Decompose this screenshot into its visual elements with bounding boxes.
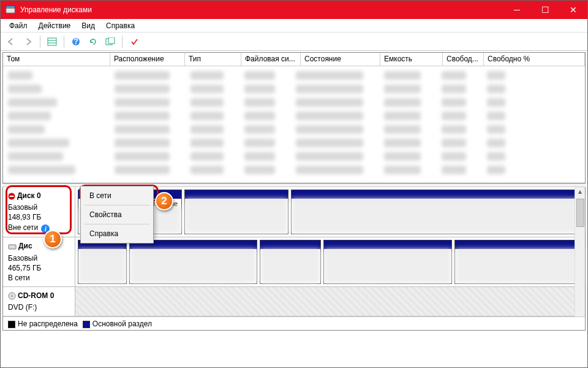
col-volume[interactable]: Том (3, 53, 110, 66)
partition-stripe (185, 190, 288, 199)
window-title: Управление дисками (20, 6, 503, 14)
disk1-partitions (75, 237, 585, 286)
action-button[interactable] (127, 35, 141, 48)
disk1-header[interactable]: Дис Базовый 465,75 ГБ В сети (3, 237, 75, 286)
ctx-online[interactable]: В сети (82, 188, 152, 203)
col-fs[interactable]: Файловая си... (241, 53, 301, 66)
disk-row-1[interactable]: Дис Базовый 465,75 ГБ В сети (3, 237, 585, 287)
app-icon (6, 5, 15, 15)
legend-unallocated: Не распределена (18, 320, 78, 328)
toolbar: ? (1, 33, 587, 51)
disk1-name: Дис (18, 242, 32, 250)
swatch-unallocated (8, 321, 15, 328)
annotation-badge-1: 1 (43, 230, 62, 248)
legend-primary: Основной раздел (92, 320, 152, 328)
disk-icon (8, 243, 17, 253)
svg-rect-11 (9, 245, 16, 249)
col-freepct[interactable]: Свободно % (484, 53, 585, 66)
disk1-status: В сети (8, 274, 30, 282)
rescan-button[interactable] (104, 35, 117, 48)
disk0-size: 148,93 ГБ (8, 213, 41, 221)
col-capacity[interactable]: Емкость (380, 53, 443, 66)
grid-body[interactable] (3, 66, 585, 183)
toolbar-separator (122, 36, 123, 48)
disk1-part-2[interactable] (129, 240, 257, 284)
svg-rect-1 (6, 6, 15, 8)
refresh-button[interactable] (86, 35, 100, 48)
disk1-part-1[interactable] (78, 240, 127, 284)
disk1-part-3[interactable] (260, 240, 321, 284)
menu-action[interactable]: Действие (34, 20, 76, 31)
col-layout[interactable]: Расположение (110, 53, 185, 66)
disk1-part-4[interactable] (323, 240, 451, 284)
disk0-header[interactable]: Диск 0 Базовый 148,93 ГБ Вне сети i (3, 187, 75, 237)
back-button (4, 35, 18, 48)
scroll-thumb[interactable] (576, 199, 584, 227)
cdrom-name: CD-ROM 0 (18, 291, 54, 300)
svg-rect-8 (108, 37, 115, 44)
menu-view[interactable]: Вид (77, 20, 100, 31)
disk1-type: Базовый (8, 254, 37, 263)
annotation-badge-2: 2 (155, 192, 173, 210)
help-button[interactable]: ? (69, 35, 83, 48)
partition-stripe (292, 190, 582, 199)
disk1-size: 465,75 ГБ (8, 264, 41, 272)
menu-separator (85, 224, 149, 224)
svg-rect-2 (48, 38, 56, 45)
grid-header: Том Расположение Тип Файловая си... Сост… (3, 53, 585, 66)
ctx-properties[interactable]: Свойства (82, 207, 152, 222)
svg-text:?: ? (74, 37, 78, 46)
menu-help[interactable]: Справка (101, 20, 140, 31)
menu-file[interactable]: Файл (4, 20, 32, 31)
disk0-part-2[interactable] (184, 190, 288, 234)
col-free[interactable]: Свобод... (443, 53, 484, 66)
vertical-scrollbar[interactable]: ▴ (575, 187, 585, 316)
disk0-name: Диск 0 (17, 191, 41, 200)
menu-separator (85, 205, 149, 205)
menubar: Файл Действие Вид Справка (1, 19, 587, 33)
svg-rect-0 (6, 8, 15, 13)
swatch-primary (83, 321, 90, 328)
col-type[interactable]: Тип (185, 53, 241, 66)
disk-row-cdrom[interactable]: CD-ROM 0 DVD (F:) (3, 287, 585, 316)
scroll-up-icon[interactable]: ▴ (575, 187, 585, 197)
minimize-button[interactable]: ─ (503, 1, 531, 19)
toolbar-separator (40, 36, 40, 48)
disk0-type: Базовый (8, 203, 37, 212)
maximize-button[interactable]: ☐ (531, 1, 559, 19)
cdrom-partitions (75, 287, 585, 316)
toolbar-separator (64, 36, 64, 48)
disk0-status: Вне сети (8, 223, 38, 232)
svg-point-13 (11, 295, 13, 297)
cdrom-sub: DVD (F:) (8, 303, 37, 312)
ctx-help[interactable]: Справка (82, 226, 152, 241)
titlebar: Управление дисками ─ ☐ ✕ (1, 1, 587, 19)
disk1-part-5[interactable] (454, 240, 582, 284)
svg-rect-10 (10, 196, 14, 197)
error-icon (8, 193, 15, 202)
disk0-part-3[interactable] (291, 190, 582, 234)
volumes-grid: Том Расположение Тип Файловая си... Сост… (2, 52, 586, 183)
close-button[interactable]: ✕ (559, 1, 587, 19)
col-status[interactable]: Состояние (301, 53, 380, 66)
legend: Не распределена Основной раздел (3, 316, 585, 330)
cdrom-header[interactable]: CD-ROM 0 DVD (F:) (3, 287, 75, 316)
forward-button (21, 35, 35, 48)
context-menu: В сети Свойства Справка (80, 186, 154, 243)
cdrom-icon (8, 292, 16, 302)
volumes-view-button[interactable] (45, 35, 59, 48)
